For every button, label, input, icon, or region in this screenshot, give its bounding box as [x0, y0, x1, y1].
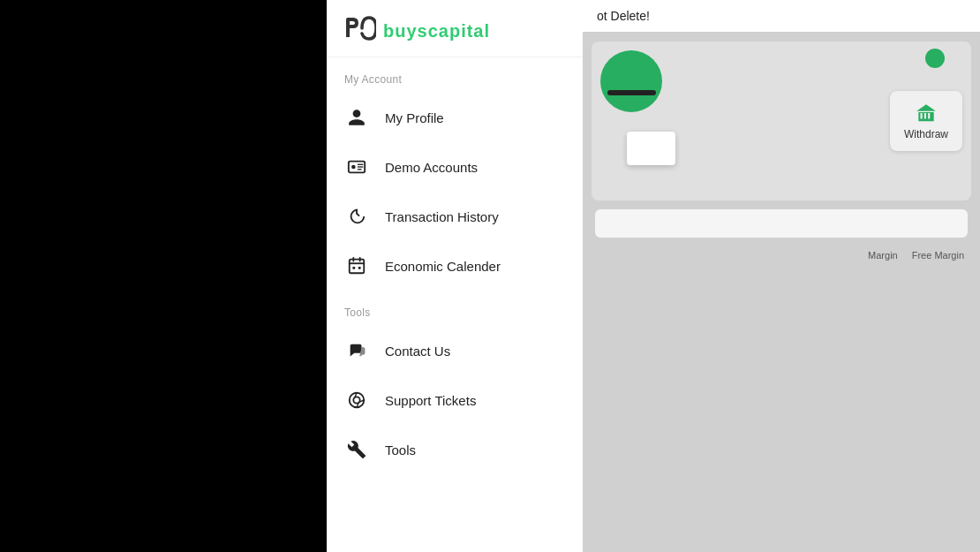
chat-icon — [344, 338, 369, 363]
margin-row: Margin Free Margin — [592, 246, 971, 264]
free-margin-label: Free Margin — [912, 250, 964, 261]
history-icon — [344, 204, 369, 229]
svg-point-11 — [350, 393, 365, 408]
card-graphic — [627, 132, 675, 165]
my-profile-label: My Profile — [385, 110, 444, 125]
svg-point-12 — [353, 397, 359, 403]
support-tickets-label: Support Tickets — [385, 393, 476, 408]
withdraw-label: Withdraw — [904, 128, 948, 140]
logo-text: buyscapital — [383, 21, 490, 42]
margin-column: Margin — [868, 250, 898, 261]
green-circle-small — [925, 49, 945, 68]
support-icon — [344, 388, 369, 412]
left-black-panel — [0, 0, 327, 552]
green-bar — [607, 90, 656, 95]
green-circle-large — [600, 50, 662, 112]
tools-label: Tools — [385, 442, 416, 457]
menu-item-contact-us[interactable]: Contact Us — [327, 326, 583, 375]
transaction-history-label: Transaction History — [385, 209, 499, 224]
tools-section-label: Tools — [327, 291, 583, 326]
economic-calender-label: Economic Calender — [385, 259, 501, 274]
right-panel: ot Delete! Withdraw Margin Free Margin — [583, 0, 980, 552]
search-bar — [595, 209, 968, 238]
demo-accounts-label: Demo Accounts — [385, 160, 478, 175]
svg-point-1 — [351, 165, 356, 170]
contact-us-label: Contact Us — [385, 344, 450, 359]
menu-item-transaction-history[interactable]: Transaction History — [327, 192, 583, 241]
menu-item-tools[interactable]: Tools — [327, 425, 583, 474]
decorative-area: Withdraw — [592, 42, 971, 200]
menu-item-economic-calender[interactable]: Economic Calender — [327, 241, 583, 291]
margin-label: Margin — [868, 250, 898, 261]
right-top-bar: ot Delete! — [583, 0, 980, 33]
withdraw-button-area[interactable]: Withdraw — [890, 91, 962, 151]
logo-icon — [344, 16, 376, 46]
my-account-section-label: My Account — [327, 57, 583, 93]
free-margin-column: Free Margin — [912, 250, 964, 261]
id-card-icon — [344, 155, 369, 179]
svg-rect-5 — [350, 260, 365, 274]
calendar-icon — [344, 253, 369, 278]
tools-icon — [344, 437, 369, 462]
not-delete-text: ot Delete! — [597, 9, 650, 23]
menu-item-my-profile[interactable]: My Profile — [327, 93, 583, 142]
menu-panel: buyscapital My Account My Profile Demo A… — [327, 0, 583, 552]
withdraw-icon — [915, 102, 938, 125]
person-icon — [344, 105, 369, 130]
logo-area: buyscapital — [327, 0, 583, 57]
svg-rect-10 — [358, 267, 361, 269]
svg-rect-9 — [352, 267, 355, 269]
menu-item-support-tickets[interactable]: Support Tickets — [327, 375, 583, 425]
right-content: Withdraw Margin Free Margin — [583, 33, 980, 552]
menu-item-demo-accounts[interactable]: Demo Accounts — [327, 142, 583, 192]
